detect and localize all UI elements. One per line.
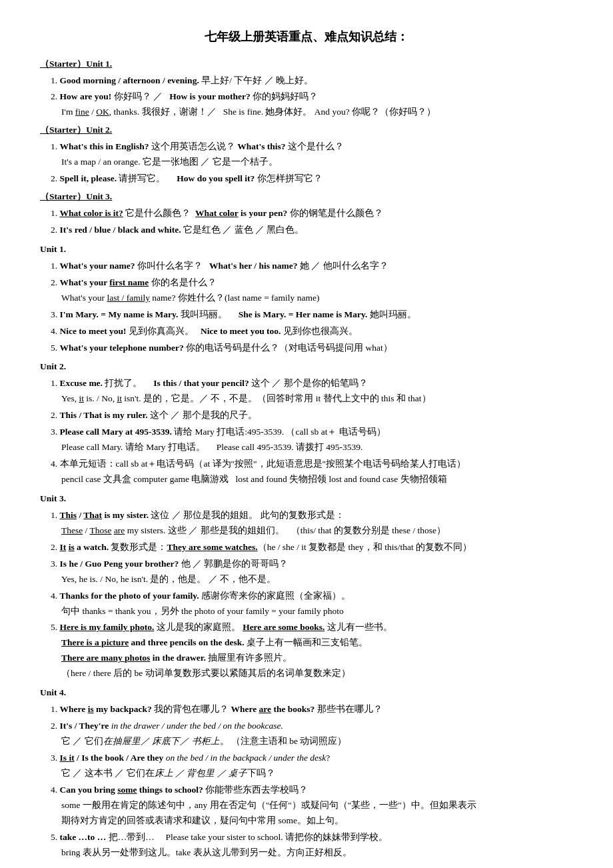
- unit1-items: 1. What's your name? 你叫什么名字？ What's her …: [40, 259, 573, 356]
- starter-unit3-header: （Starter）Unit 3.: [40, 189, 573, 205]
- unit4-header: Unit 4.: [40, 685, 573, 701]
- unit2-header: Unit 2.: [40, 359, 573, 375]
- page-title: 七年级上册英语重点、难点知识总结：: [40, 27, 573, 47]
- unit1-header: Unit 1.: [40, 242, 573, 257]
- starter-unit1-items: 1. Good morning / afternoon / evening. 早…: [40, 73, 573, 121]
- unit2-items: 1. Excuse me. 打扰了。 Is this / that your p…: [40, 376, 573, 487]
- starter-unit2-items: 1. What's this in English? 这个用英语怎么说？ Wha…: [40, 139, 573, 187]
- unit3-header: Unit 3.: [40, 491, 573, 507]
- unit4-items: 1. Where is my backpack? 我的背包在哪儿？ Where …: [40, 702, 573, 860]
- document-body: （Starter）Unit 1. 1. Good morning / after…: [40, 57, 573, 868]
- starter-unit1-header: （Starter）Unit 1.: [40, 57, 573, 72]
- unit3-items: 1. This / That is my sister. 这位 ／ 那位是我的姐…: [40, 508, 573, 681]
- starter-unit2-header: （Starter）Unit 2.: [40, 123, 573, 138]
- unit5-header: Unit 5.: [40, 865, 573, 868]
- starter-unit3-items: 1. What color is it? 它是什么颜色？ What color …: [40, 206, 573, 238]
